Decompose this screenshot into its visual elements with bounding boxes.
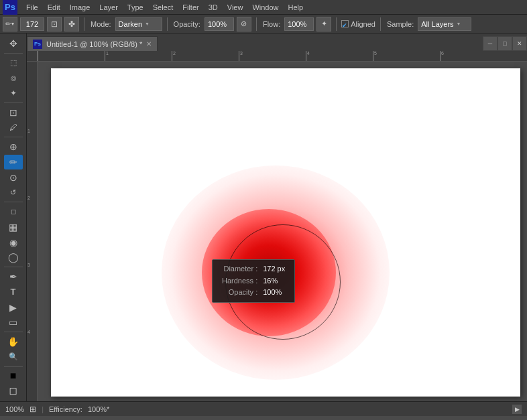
tool-dodge[interactable]: ◯ xyxy=(4,250,23,265)
menu-type[interactable]: Type xyxy=(123,2,148,13)
tool-shape[interactable]: ▭ xyxy=(4,315,23,330)
blur-icon: ◉ xyxy=(9,237,17,248)
tool-sep-7 xyxy=(4,366,23,367)
hand-icon: ✋ xyxy=(7,336,19,347)
brush-tool-icon: ✏ xyxy=(9,157,17,167)
ruler-h-4: 4 xyxy=(306,51,310,61)
menu-help[interactable]: Help xyxy=(284,2,308,13)
vertical-ruler: 1 2 3 4 xyxy=(27,62,38,401)
status-arrow-button[interactable]: ▶ xyxy=(512,405,522,414)
menu-layer[interactable]: Layer xyxy=(95,2,123,13)
ruler-h-1: 1 xyxy=(105,51,109,61)
menu-window[interactable]: Window xyxy=(247,2,283,13)
separator-2 xyxy=(167,17,168,31)
tool-clone-stamp[interactable]: ⊙ xyxy=(4,170,23,185)
ps-logo: Ps xyxy=(3,0,17,15)
aligned-checkbox[interactable]: ✔ xyxy=(341,20,349,27)
gradient-icon: ▦ xyxy=(9,222,17,232)
foreground-color-swatch[interactable]: ■ xyxy=(4,368,23,383)
pen-icon: ✒ xyxy=(9,271,17,282)
eyedropper-icon: 🖊 xyxy=(9,123,17,132)
maximize-button[interactable]: □ xyxy=(497,36,512,51)
white-canvas[interactable] xyxy=(51,68,520,397)
brush-size-display[interactable]: 172 xyxy=(20,17,44,31)
left-toolbar: ✥ ⬚ ⌾ ✦ ⊡ 🖊 ⊕ ✏ ⊙ ↺ ◻ ▦ ◉ ◯ ✒ T ▶ ▭ ✋ 🔍 … xyxy=(0,33,27,401)
ruler-v-3: 3 xyxy=(27,263,30,267)
ruler-v-2: 2 xyxy=(27,196,30,200)
type-icon: T xyxy=(11,287,16,297)
menu-view[interactable]: View xyxy=(223,2,248,13)
main-area: ✥ ⬚ ⌾ ✦ ⊡ 🖊 ⊕ ✏ ⊙ ↺ ◻ ▦ ◉ ◯ ✒ T ▶ ▭ ✋ 🔍 … xyxy=(0,33,527,401)
menu-edit[interactable]: Edit xyxy=(43,2,65,13)
path-selection-icon: ▶ xyxy=(9,302,17,313)
tool-hand[interactable]: ✋ xyxy=(4,334,23,349)
opacity-value[interactable]: 100% xyxy=(204,17,234,31)
brush-tooltip: Diameter : 172 px Hardness : 16% Opacity… xyxy=(212,259,295,303)
tool-sep-2 xyxy=(4,102,23,103)
tool-sep-4 xyxy=(4,202,23,202)
tool-lasso[interactable]: ⌾ xyxy=(4,70,23,85)
tool-brush[interactable]: ✏ xyxy=(4,155,23,169)
brush-settings-icon[interactable]: ✤ xyxy=(64,17,79,31)
menu-file[interactable]: File xyxy=(21,2,43,13)
minimize-button[interactable]: ─ xyxy=(483,36,497,51)
menu-filter[interactable]: Filter xyxy=(178,2,203,13)
canvas-scroll-area[interactable]: Diameter : 172 px Hardness : 16% Opacity… xyxy=(38,62,527,401)
canvas-container[interactable]: 1 2 3 4 xyxy=(27,62,527,401)
horizontal-ruler: 1 2 3 4 5 6 xyxy=(38,51,527,62)
ruler-h-0 xyxy=(38,51,39,61)
tool-sep-6 xyxy=(4,332,23,332)
tool-zoom[interactable]: 🔍 xyxy=(4,350,23,364)
tool-crop[interactable]: ⊡ xyxy=(4,105,23,120)
separator-3 xyxy=(256,17,257,31)
document-tab[interactable]: Ps Untitled-1 @ 100% (RGB/8) * ✕ xyxy=(27,36,158,51)
brush-preset-icon[interactable]: ⊡ xyxy=(47,17,62,31)
opacity-pressure-icon[interactable]: ⊘ xyxy=(237,17,251,31)
menu-bar: Ps File Edit Image Layer Type Select Fil… xyxy=(0,0,527,15)
close-tab-button[interactable]: ✕ xyxy=(146,40,152,48)
ruler-row-top: 1 2 3 4 5 6 xyxy=(27,51,527,62)
flow-value[interactable]: 100% xyxy=(284,17,314,31)
aligned-checkbox-group[interactable]: ✔ Aligned xyxy=(341,20,375,28)
status-bar: 100% ⊞ | Efficiency: 100%* ▶ xyxy=(0,401,527,416)
tool-rectangular-marquee[interactable]: ⬚ xyxy=(4,56,23,70)
tool-move[interactable]: ✥ xyxy=(4,36,23,51)
tool-sep-1 xyxy=(4,53,23,54)
tool-healing-brush[interactable]: ⊕ xyxy=(4,139,23,154)
menu-3d[interactable]: 3D xyxy=(204,2,223,13)
zoom-level: 100% xyxy=(5,405,24,413)
close-window-button[interactable]: ✕ xyxy=(512,36,527,51)
tool-type[interactable]: T xyxy=(4,285,23,299)
tool-preset-button[interactable]: ✏ ▼ xyxy=(3,17,17,31)
mode-label: Mode: xyxy=(91,20,111,28)
tool-eyedropper[interactable]: 🖊 xyxy=(4,121,23,135)
mode-dropdown[interactable]: Darken xyxy=(115,17,162,31)
tool-pen[interactable]: ✒ xyxy=(4,269,23,284)
opacity-value: 100% xyxy=(260,287,288,299)
canvas-area: Ps Untitled-1 @ 100% (RGB/8) * ✕ ─ □ ✕ 1… xyxy=(27,33,527,401)
ruler-h-3: 3 xyxy=(239,51,243,61)
export-icon[interactable]: ⊞ xyxy=(30,405,36,414)
tool-path-selection[interactable]: ▶ xyxy=(4,300,23,315)
tool-eraser[interactable]: ◻ xyxy=(4,204,23,219)
sample-dropdown[interactable]: All Layers xyxy=(418,17,471,31)
menu-select[interactable]: Select xyxy=(148,2,178,13)
eraser-icon: ◻ xyxy=(11,208,16,215)
ruler-corner xyxy=(27,51,38,62)
status-separator: | xyxy=(42,405,44,413)
tool-blur[interactable]: ◉ xyxy=(4,235,23,250)
tool-quick-select[interactable]: ✦ xyxy=(4,86,23,100)
marquee-icon: ⬚ xyxy=(10,58,17,67)
background-color-swatch[interactable]: □ xyxy=(4,384,23,399)
ruler-h-2: 2 xyxy=(172,51,176,61)
flow-label: Flow: xyxy=(263,20,280,28)
tool-sep-3 xyxy=(4,137,23,137)
clone-icon: ⊙ xyxy=(9,172,17,183)
ruler-v-1: 1 xyxy=(27,129,30,133)
efficiency-label: Efficiency: xyxy=(49,405,82,413)
menu-image[interactable]: Image xyxy=(65,2,95,13)
airbrush-icon[interactable]: ✦ xyxy=(316,17,331,31)
tool-gradient[interactable]: ▦ xyxy=(4,220,23,234)
tool-history-brush[interactable]: ↺ xyxy=(4,186,23,200)
quick-select-icon: ✦ xyxy=(10,88,17,98)
